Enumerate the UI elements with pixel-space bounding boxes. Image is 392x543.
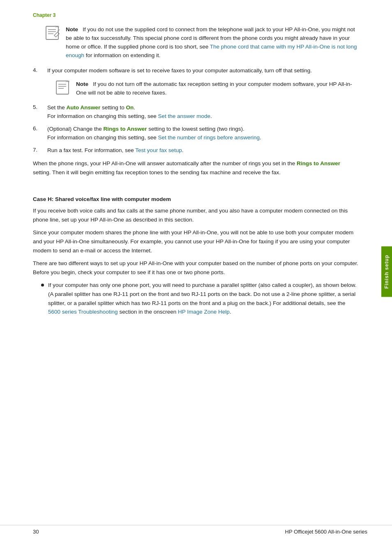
bullet-list: If your computer has only one phone port… [41, 281, 359, 316]
section-heading-case-h: Case H: Shared voice/fax line with compu… [33, 196, 359, 202]
item4-content: If your computer modem software is set t… [47, 67, 359, 75]
item5-number: 5. [33, 104, 47, 121]
footer-bar: 30 HP Officejet 5600 All-in-One series [0, 525, 392, 535]
paragraph-4: There are two different ways to set up y… [33, 259, 359, 277]
note-icon-1: ✏ ）） [45, 25, 61, 41]
note-box-2: ）） ✏ Note If you do not turn off the aut… [55, 80, 359, 97]
item7-number: 7. [33, 146, 47, 155]
bullet-item-1: If your computer has only one phone port… [41, 281, 359, 316]
item7-content: Run a fax test. For information, see Tes… [47, 146, 359, 155]
item5-content: Set the Auto Answer setting to On. For i… [47, 104, 359, 121]
paragraph-2: If you receive both voice calls and fax … [33, 206, 359, 224]
side-tab-finish-setup: Finish setup [381, 246, 392, 297]
svg-text:✏: ✏ [66, 80, 69, 83]
note-text-2: Note If you do not turn off the automati… [76, 80, 359, 97]
bullet1-link2[interactable]: HP Image Zone Help [178, 309, 230, 315]
list-item-7: 7. Run a fax test. For information, see … [33, 146, 359, 155]
paragraph-rings: When the phone rings, your HP All-in-One… [33, 159, 359, 177]
item4-number: 4. [33, 67, 47, 75]
footer-product: HP Officejet 5600 All-in-One series [285, 529, 367, 535]
list-item-4: 4. If your computer modem software is se… [33, 67, 359, 75]
list-item-6: 6. (Optional) Change the Rings to Answer… [33, 125, 359, 142]
bullet1-link1[interactable]: 5600 series Troubleshooting [48, 309, 118, 315]
rings-answer-bold: Rings to Answer [297, 160, 340, 166]
note-label-2: Note [76, 81, 88, 87]
item5-link[interactable]: Set the answer mode [158, 113, 210, 119]
item7-link[interactable]: Test your fax setup [135, 147, 182, 153]
chapter-label: Chapter 3 [33, 12, 367, 18]
note-label-1: Note [66, 26, 78, 32]
note-text-1: Note If you do not use the supplied cord… [66, 25, 359, 60]
paragraph-3: Since your computer modem shares the pho… [33, 228, 359, 255]
list-item-5: 5. Set the Auto Answer setting to On. Fo… [33, 104, 359, 121]
item6-link[interactable]: Set the number of rings before answering [158, 134, 260, 141]
item6-number: 6. [33, 125, 47, 142]
footer-page-number: 30 [33, 529, 39, 535]
item6-content: (Optional) Change the Rings to Answer se… [47, 125, 359, 142]
svg-text:））: ）） [55, 25, 61, 28]
item5-bold1: Auto Answer [67, 104, 101, 111]
item6-bold: Rings to Answer [104, 126, 147, 132]
note-icon-2: ）） ✏ [55, 80, 71, 96]
note-box-1: ✏ ）） Note If you do not use the supplied… [45, 25, 359, 60]
bullet-dot-1 [41, 284, 44, 287]
bullet-item-1-content: If your computer has only one phone port… [48, 281, 359, 316]
item5-bold2: On [126, 104, 134, 111]
